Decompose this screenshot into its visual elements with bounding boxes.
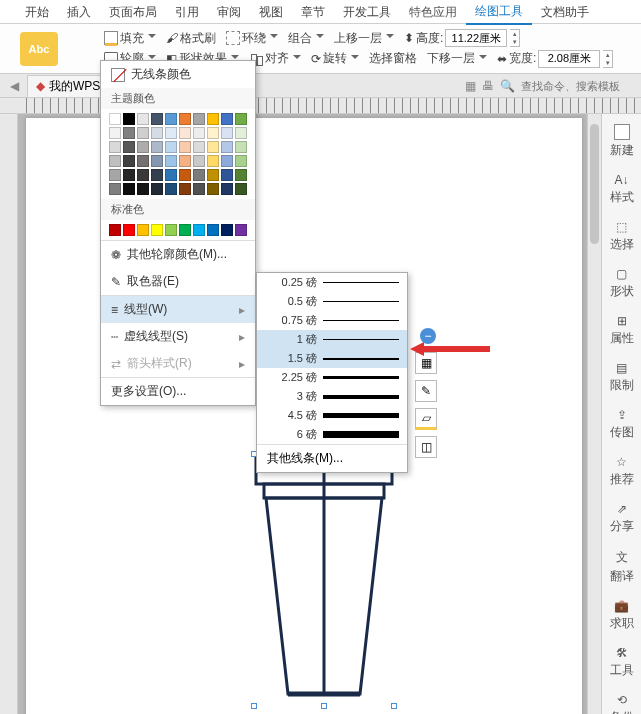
send-back-button[interactable]: 下移一层 — [427, 50, 487, 67]
width-input[interactable] — [538, 50, 600, 68]
more-colors-option[interactable]: ❁其他轮廓颜色(M)... — [101, 241, 255, 268]
resize-handle[interactable] — [321, 703, 327, 709]
color-swatch[interactable] — [137, 183, 149, 195]
color-swatch[interactable] — [221, 183, 233, 195]
color-swatch[interactable] — [165, 169, 177, 181]
tab-draw-tools[interactable]: 绘图工具 — [466, 0, 532, 25]
color-swatch[interactable] — [165, 141, 177, 153]
color-swatch[interactable] — [109, 127, 121, 139]
toolbar-icon[interactable]: 🖶 — [482, 79, 494, 93]
width-spinner[interactable]: ▲▼ — [603, 50, 613, 68]
color-swatch[interactable] — [109, 183, 121, 195]
weight-option[interactable]: 6 磅 — [257, 425, 407, 444]
color-swatch[interactable] — [179, 155, 191, 167]
tab-ref[interactable]: 引用 — [166, 0, 208, 24]
panel-job[interactable]: 💼求职 — [610, 599, 634, 632]
tab-doc-helper[interactable]: 文档助手 — [532, 0, 598, 24]
color-swatch[interactable] — [193, 127, 205, 139]
color-swatch[interactable] — [207, 127, 219, 139]
color-swatch[interactable] — [151, 224, 163, 236]
color-swatch[interactable] — [193, 224, 205, 236]
color-swatch[interactable] — [193, 141, 205, 153]
color-swatch[interactable] — [151, 183, 163, 195]
color-swatch[interactable] — [123, 127, 135, 139]
panel-new[interactable]: 新建 — [610, 124, 634, 159]
vertical-scrollbar[interactable] — [587, 114, 601, 714]
color-swatch[interactable] — [221, 155, 233, 167]
selected-shape-cup[interactable] — [254, 454, 394, 706]
panel-props[interactable]: ⊞属性 — [610, 314, 634, 347]
tab-layout[interactable]: 页面布局 — [100, 0, 166, 24]
color-swatch[interactable] — [207, 224, 219, 236]
color-swatch[interactable] — [165, 224, 177, 236]
arrow-style-option[interactable]: ⇄箭头样式(R)▸ — [101, 350, 255, 377]
tab-insert[interactable]: 插入 — [58, 0, 100, 24]
dash-style-option[interactable]: ┄虚线线型(S)▸ — [101, 323, 255, 350]
color-swatch[interactable] — [193, 155, 205, 167]
nav-back-icon[interactable]: ◀ — [10, 79, 19, 93]
color-swatch[interactable] — [235, 127, 247, 139]
weight-option[interactable]: 1.5 磅 — [257, 349, 407, 368]
color-swatch[interactable] — [165, 127, 177, 139]
color-swatch[interactable] — [235, 169, 247, 181]
color-swatch[interactable] — [165, 155, 177, 167]
color-swatch[interactable] — [207, 155, 219, 167]
tab-dev[interactable]: 开发工具 — [334, 0, 400, 24]
color-swatch[interactable] — [193, 183, 205, 195]
color-swatch[interactable] — [179, 169, 191, 181]
panel-limit[interactable]: ▤限制 — [610, 361, 634, 394]
color-swatch[interactable] — [221, 224, 233, 236]
color-swatch[interactable] — [151, 127, 163, 139]
fill-button[interactable]: 填充 — [104, 30, 156, 47]
panel-recommend[interactable]: ☆推荐 — [610, 455, 634, 488]
color-swatch[interactable] — [151, 141, 163, 153]
weight-option[interactable]: 0.75 磅 — [257, 311, 407, 330]
color-swatch[interactable] — [221, 127, 233, 139]
weight-option[interactable]: 3 磅 — [257, 387, 407, 406]
color-swatch[interactable] — [109, 224, 121, 236]
tab-review[interactable]: 审阅 — [208, 0, 250, 24]
weight-option[interactable]: 1 磅 — [257, 330, 407, 349]
panel-translate[interactable]: 文翻译 — [610, 549, 634, 585]
color-swatch[interactable] — [123, 113, 135, 125]
bring-forward-button[interactable]: 上移一层 — [334, 30, 394, 47]
toolbar-icon[interactable]: ▦ — [465, 79, 476, 93]
color-swatch[interactable] — [179, 113, 191, 125]
panel-style[interactable]: A↓样式 — [610, 173, 634, 206]
color-swatch[interactable] — [179, 224, 191, 236]
tab-chapter[interactable]: 章节 — [292, 0, 334, 24]
color-swatch[interactable] — [207, 183, 219, 195]
color-swatch[interactable] — [151, 113, 163, 125]
panel-shape[interactable]: ▢形状 — [610, 267, 634, 300]
resize-handle[interactable] — [391, 703, 397, 709]
more-settings-option[interactable]: 更多设置(O)... — [101, 378, 255, 405]
color-swatch[interactable] — [123, 224, 135, 236]
color-swatch[interactable] — [109, 141, 121, 153]
color-swatch[interactable] — [179, 127, 191, 139]
select-pane-button[interactable]: 选择窗格 — [369, 50, 417, 67]
scrollbar-thumb[interactable] — [590, 124, 599, 244]
color-swatch[interactable] — [235, 155, 247, 167]
weight-option[interactable]: 0.5 磅 — [257, 292, 407, 311]
resize-handle[interactable] — [251, 703, 257, 709]
color-swatch[interactable] — [137, 155, 149, 167]
panel-upload[interactable]: ⇪传图 — [610, 408, 634, 441]
color-swatch[interactable] — [137, 141, 149, 153]
color-swatch[interactable] — [221, 169, 233, 181]
color-swatch[interactable] — [123, 155, 135, 167]
color-swatch[interactable] — [137, 224, 149, 236]
shape-style-preview[interactable]: Abc — [20, 32, 58, 66]
color-swatch[interactable] — [165, 113, 177, 125]
edit-shape-button[interactable]: ✎ — [415, 380, 437, 402]
color-swatch[interactable] — [235, 183, 247, 195]
tab-start[interactable]: 开始 — [16, 0, 58, 24]
color-swatch[interactable] — [221, 113, 233, 125]
color-swatch[interactable] — [221, 141, 233, 153]
weight-option[interactable]: 2.25 磅 — [257, 368, 407, 387]
color-swatch[interactable] — [109, 113, 121, 125]
eyedropper-option[interactable]: ✎取色器(E) — [101, 268, 255, 295]
panel-share[interactable]: ⇗分享 — [610, 502, 634, 535]
color-swatch[interactable] — [207, 169, 219, 181]
panel-backup[interactable]: ⟲备份 — [610, 693, 634, 714]
color-swatch[interactable] — [137, 113, 149, 125]
